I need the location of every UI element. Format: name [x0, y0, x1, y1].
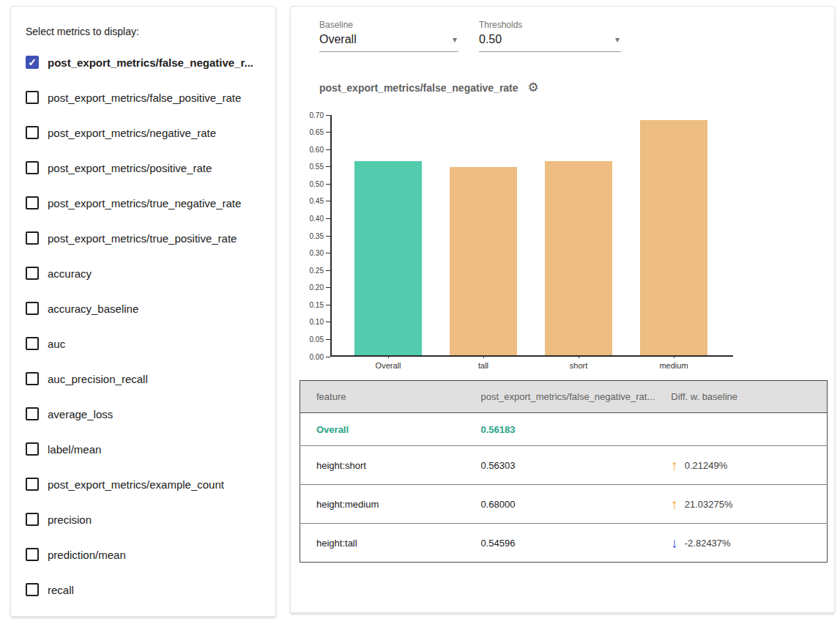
- metric-label: auc: [48, 338, 65, 350]
- metric-checkbox[interactable]: [26, 267, 39, 280]
- bar-medium[interactable]: [640, 120, 707, 355]
- thresholds-value: 0.50: [479, 33, 621, 46]
- bar-short[interactable]: [545, 161, 612, 355]
- feature-cell: height:medium: [300, 485, 465, 524]
- dropdown-arrow-icon[interactable]: ▾: [453, 35, 457, 44]
- metric-label: post_export_metrics/false_negative_r...: [48, 56, 253, 69]
- x-tick: [388, 355, 389, 358]
- metric-checkbox[interactable]: [26, 231, 39, 245]
- metric-item-true-negative-rate[interactable]: post_export_metrics/true_negative_rate: [26, 185, 262, 220]
- metric-item-precision[interactable]: precision: [26, 502, 262, 537]
- chart-title: post_export_metrics/false_negative_rate: [319, 82, 519, 94]
- value-cell: 0.56183: [465, 413, 655, 446]
- value-cell: 0.54596: [465, 524, 655, 563]
- thresholds-select[interactable]: Thresholds 0.50 ▾: [479, 20, 621, 52]
- table-row[interactable]: height:tall 0.54596 ↓-2.82437%: [300, 524, 828, 563]
- y-tick: 0.55: [310, 163, 330, 171]
- thresholds-label: Thresholds: [479, 20, 621, 30]
- metric-checkbox[interactable]: ✓: [26, 56, 39, 69]
- baseline-label: Baseline: [319, 20, 458, 30]
- bar-tall[interactable]: [450, 167, 517, 355]
- table-row[interactable]: height:short 0.56303 ↑0.21249%: [300, 446, 828, 485]
- bar-chart: 0.000.050.100.150.200.250.300.350.400.45…: [291, 115, 836, 379]
- metric-item-label-mean[interactable]: label/mean: [26, 431, 262, 467]
- metric-item-false-positive-rate[interactable]: post_export_metrics/false_positive_rate: [26, 80, 262, 115]
- value-cell: 0.68000: [465, 485, 655, 524]
- y-tick: 0.00: [310, 353, 330, 360]
- x-tick-label: medium: [626, 361, 721, 370]
- diff-value: 21.03275%: [685, 499, 733, 510]
- x-tick: [483, 355, 484, 358]
- metric-item-true-positive-rate[interactable]: post_export_metrics/true_positive_rate: [26, 220, 262, 256]
- metric-checkbox[interactable]: [26, 513, 39, 526]
- metric-checkbox[interactable]: [26, 302, 39, 315]
- metric-item-example-count[interactable]: post_export_metrics/example_count: [26, 467, 262, 502]
- metric-item-accuracy-baseline[interactable]: accuracy_baseline: [26, 291, 262, 326]
- baseline-select[interactable]: Baseline Overall ▾: [319, 20, 458, 52]
- sidebar-title: Select metrics to display:: [26, 26, 262, 37]
- x-tick-label: short: [531, 361, 626, 370]
- metric-checkbox[interactable]: [26, 372, 39, 385]
- y-tick: 0.70: [310, 111, 330, 119]
- metric-checkbox[interactable]: [26, 407, 39, 420]
- feature-cell: Overall: [300, 413, 465, 446]
- diff-value: 0.21249%: [685, 460, 728, 471]
- y-tick: 0.50: [310, 180, 330, 188]
- metric-item-recall[interactable]: recall: [26, 572, 262, 607]
- diff-cell: ↑0.21249%: [655, 446, 827, 485]
- y-tick: 0.40: [310, 215, 330, 222]
- metric-item-accuracy[interactable]: accuracy: [26, 256, 262, 291]
- bar-slot: medium: [626, 115, 721, 355]
- header-feature: feature: [300, 381, 465, 413]
- metric-item-auc[interactable]: auc: [26, 326, 262, 361]
- metric-item-false-negative-rate[interactable]: ✓ post_export_metrics/false_negative_r..…: [26, 45, 262, 80]
- diff-cell: ↓-2.82437%: [655, 524, 827, 563]
- diff-cell: ↑21.03275%: [655, 485, 827, 524]
- metric-label: precision: [48, 513, 92, 526]
- y-tick: 0.65: [310, 129, 330, 136]
- metric-checkbox[interactable]: [26, 91, 39, 104]
- feature-cell: height:short: [300, 446, 465, 485]
- settings-gear-icon[interactable]: ⚙: [528, 81, 539, 94]
- metric-label: post_export_metrics/false_positive_rate: [48, 92, 241, 104]
- metric-label: recall: [48, 584, 74, 596]
- dropdown-arrow-icon[interactable]: ▾: [615, 35, 620, 44]
- metrics-table: feature post_export_metrics/false_negati…: [300, 380, 828, 563]
- metric-results-panel: Baseline Overall ▾ Thresholds 0.50 ▾ pos…: [290, 6, 835, 613]
- metric-label: auc_precision_recall: [48, 373, 148, 385]
- metric-label: post_export_metrics/example_count: [48, 478, 224, 491]
- value-cell: 0.56303: [465, 446, 655, 485]
- metric-label: post_export_metrics/positive_rate: [48, 162, 212, 174]
- x-tick-label: Overall: [341, 361, 436, 370]
- plot-area: Overalltallshortmedium: [330, 115, 733, 357]
- metric-checkbox[interactable]: [26, 196, 39, 209]
- metric-checkbox[interactable]: [26, 442, 39, 456]
- metric-item-positive-rate[interactable]: post_export_metrics/positive_rate: [26, 150, 262, 185]
- metric-item-prediction-mean[interactable]: prediction/mean: [26, 537, 262, 572]
- y-tick: 0.15: [310, 301, 330, 308]
- bar-slot: Overall: [341, 115, 436, 355]
- metric-checkbox[interactable]: [26, 548, 39, 561]
- y-tick: 0.10: [310, 319, 330, 326]
- bar-Overall[interactable]: [354, 161, 422, 355]
- metric-item-auc-precision-recall[interactable]: auc_precision_recall: [26, 361, 262, 396]
- metric-checkbox[interactable]: [26, 583, 39, 596]
- metric-checkbox[interactable]: [26, 478, 39, 491]
- bar-slot: short: [531, 115, 626, 355]
- metric-checkbox[interactable]: [26, 161, 39, 174]
- metric-label: accuracy_baseline: [48, 303, 138, 315]
- feature-cell: height:tall: [300, 524, 465, 563]
- table-row[interactable]: Overall 0.56183: [300, 413, 828, 446]
- table-row[interactable]: height:medium 0.68000 ↑21.03275%: [300, 485, 828, 524]
- metric-checkbox[interactable]: [26, 337, 39, 350]
- metric-item-negative-rate[interactable]: post_export_metrics/negative_rate: [26, 115, 262, 150]
- metric-label: post_export_metrics/true_positive_rate: [48, 232, 237, 245]
- metric-item-average-loss[interactable]: average_loss: [26, 396, 262, 431]
- x-tick-label: tall: [436, 361, 531, 370]
- metric-checkbox[interactable]: [26, 126, 39, 139]
- diff-arrow-icon: ↓: [671, 536, 678, 550]
- diff-arrow-icon: ↑: [671, 497, 678, 511]
- x-tick: [579, 355, 579, 358]
- y-tick: 0.05: [310, 335, 330, 343]
- metric-label: accuracy: [48, 267, 92, 280]
